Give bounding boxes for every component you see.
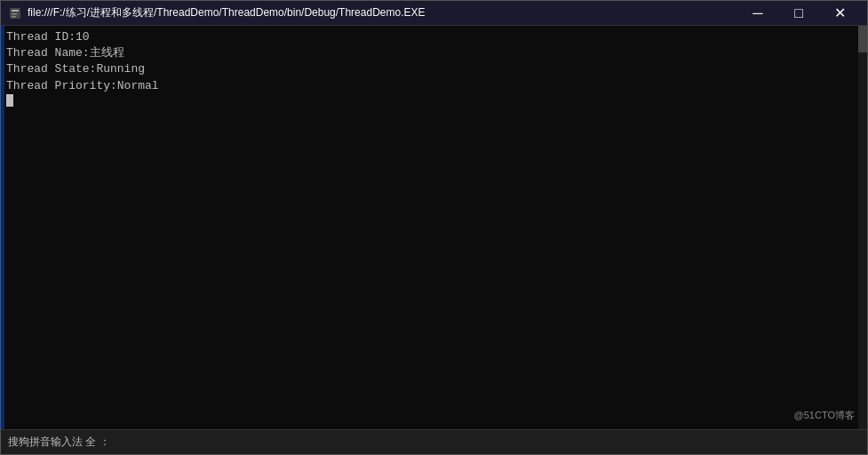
app-icon [8, 6, 22, 20]
cursor-line [6, 94, 862, 107]
watermark: @51CTO博客 [794, 409, 855, 422]
window-controls: ─ □ ✕ [737, 1, 860, 26]
scrollbar[interactable] [858, 26, 867, 429]
left-indicator [1, 26, 4, 429]
console-line: Thread Priority:Normal [6, 78, 862, 94]
ime-text: 搜狗拼音输入法 全 ： [8, 435, 110, 450]
window-title: file:///F:/练习/进程和多线程/ThreadDemo/ThreadDe… [28, 5, 737, 20]
console-line: Thread ID:10 [6, 29, 862, 45]
console-area: Thread ID:10Thread Name:主线程Thread State:… [1, 26, 867, 429]
svg-rect-3 [12, 16, 16, 18]
cursor [6, 94, 13, 107]
svg-rect-2 [12, 13, 17, 15]
window: file:///F:/练习/进程和多线程/ThreadDemo/ThreadDe… [0, 0, 868, 455]
minimize-button[interactable]: ─ [737, 1, 778, 26]
title-bar: file:///F:/练习/进程和多线程/ThreadDemo/ThreadDe… [1, 1, 867, 26]
console-line: Thread Name:主线程 [6, 45, 862, 61]
console-content: Thread ID:10Thread Name:主线程Thread State:… [1, 26, 867, 110]
svg-rect-1 [12, 10, 19, 12]
ime-bar: 搜狗拼音输入法 全 ： [1, 429, 867, 454]
maximize-button[interactable]: □ [778, 1, 819, 26]
console-line: Thread State:Running [6, 61, 862, 77]
scrollbar-thumb[interactable] [858, 26, 867, 52]
close-button[interactable]: ✕ [819, 1, 860, 26]
